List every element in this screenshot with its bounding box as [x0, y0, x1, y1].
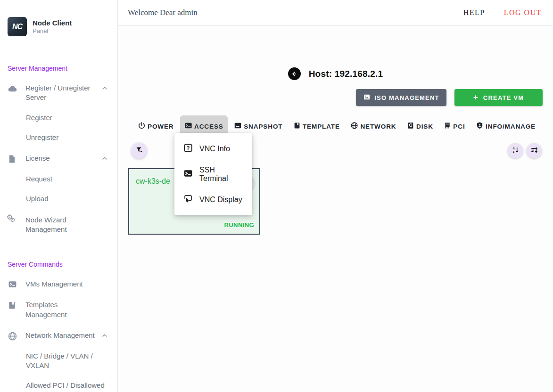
chevron-up-icon[interactable] — [101, 83, 108, 94]
tab-label: TEMPLATE — [303, 123, 340, 130]
section-heading-server-management: Server Management — [8, 65, 110, 72]
vm-name: cw-k3s-de — [136, 177, 170, 186]
tab-power[interactable]: POWER — [133, 115, 178, 137]
pci-icon — [444, 122, 451, 131]
terminal-icon — [184, 122, 192, 131]
sidebar-item-templates-management[interactable]: Templates Management — [8, 300, 110, 319]
app-logo-row[interactable]: NC Node Client Panel — [8, 17, 110, 36]
sort-alpha-icon: az — [512, 146, 520, 155]
sidebar-item-label: Node Wizard Management — [25, 215, 101, 235]
section-heading-server-commands: Server Commands — [8, 261, 110, 268]
sidebar-subitem-allowed-pci-disallowed-device[interactable]: Allowed PCI / Disallowed Device — [26, 381, 106, 392]
sidebar-item-label: VMs Management — [25, 279, 101, 289]
create-vm-label: CREATE VM — [483, 94, 524, 101]
shield-icon — [476, 122, 484, 131]
cloud-icon — [8, 83, 25, 94]
plus-icon: + — [473, 93, 479, 102]
tab-label: POWER — [148, 123, 174, 130]
sidebar-subitem-upload[interactable]: Upload — [26, 194, 106, 204]
host-row: Host: 192.168.2.1 — [118, 67, 553, 80]
disk-icon — [407, 122, 414, 131]
access-dropdown-menu: ? VNC Info SSH Terminal VNC Display — [174, 133, 252, 215]
terminal-icon — [8, 279, 25, 289]
logout-link[interactable]: LOG OUT — [504, 8, 542, 17]
back-button[interactable] — [288, 67, 301, 80]
tab-label: PCI — [453, 123, 465, 130]
question-box-icon: ? — [183, 143, 193, 155]
sort-buttons: az — [508, 143, 542, 158]
sort-order-icon — [530, 146, 538, 155]
sidebar-item-label: Register / Unregister Server — [25, 83, 101, 103]
main-area: Welcome Dear admin HELP LOG OUT Host: 19… — [118, 0, 553, 392]
sidebar-subitem-nic-bridge-vlan-vxlan[interactable]: NIC / Bridge / VLAN / VXLAN — [26, 351, 106, 371]
tab-label: INFO/MANAGE — [486, 123, 536, 130]
tab-label: SNAPSHOT — [244, 123, 282, 130]
svg-text:a: a — [512, 147, 514, 150]
tab-disk[interactable]: DISK — [403, 115, 437, 137]
sidebar-item-label: Network Management — [25, 331, 101, 340]
menu-item-label: SSH Terminal — [199, 166, 244, 183]
svg-text:?: ? — [187, 145, 190, 150]
filter-button[interactable] — [131, 143, 147, 159]
sidebar-item-register-unregister-server[interactable]: Register / Unregister Server — [8, 83, 110, 103]
vm-status-badge: RUNNING — [224, 221, 254, 229]
globe-icon — [350, 122, 358, 131]
iso-management-label: ISO MANAGEMENT — [374, 94, 439, 101]
sort-order-button[interactable] — [527, 143, 542, 158]
topbar: Welcome Dear admin HELP LOG OUT — [118, 0, 553, 26]
chevron-up-icon[interactable] — [101, 331, 108, 341]
welcome-text: Welcome Dear admin — [128, 8, 198, 17]
file-icon — [8, 154, 25, 164]
help-link[interactable]: HELP — [463, 8, 485, 17]
menu-item-vnc-display[interactable]: VNC Display — [174, 188, 252, 211]
sidebar-item-label: License — [25, 154, 101, 163]
image-icon — [363, 93, 371, 102]
sidebar: NC Node Client Panel Server Management R… — [0, 0, 118, 392]
sidebar-subitem-unregister[interactable]: Unregister — [26, 133, 106, 142]
menu-item-ssh-terminal[interactable]: SSH Terminal — [174, 160, 252, 188]
globe-icon — [8, 331, 25, 341]
chevron-up-icon[interactable] — [101, 154, 108, 164]
tab-network[interactable]: NETWORK — [346, 115, 400, 137]
sidebar-subitem-request[interactable]: Request — [26, 174, 106, 184]
cursor-box-icon — [183, 194, 193, 206]
actions-row: ISO MANAGEMENT + CREATE VM — [356, 89, 543, 106]
tab-label: DISK — [416, 123, 433, 130]
menu-item-label: VNC Info — [199, 145, 230, 153]
arrow-left-icon — [290, 70, 298, 78]
create-vm-button[interactable]: + CREATE VM — [454, 89, 543, 106]
sidebar-subitem-register[interactable]: Register — [26, 113, 106, 122]
content-area: Host: 192.168.2.1 ISO MANAGEMENT + CREAT… — [118, 26, 553, 392]
tab-label: NETWORK — [360, 123, 396, 130]
filter-icon — [135, 146, 143, 155]
app-title: Node Client — [33, 19, 72, 28]
app-subtitle: Panel — [33, 27, 72, 34]
sidebar-item-vms-management[interactable]: VMs Management — [8, 279, 110, 289]
sort-alpha-button[interactable]: az — [508, 143, 523, 158]
template-icon — [8, 300, 25, 310]
template-icon — [293, 122, 301, 131]
tab-template[interactable]: TEMPLATE — [289, 115, 344, 137]
svg-text:z: z — [512, 150, 514, 153]
app-logo: NC — [8, 17, 27, 36]
terminal-icon — [183, 169, 193, 180]
tab-label: ACCESS — [194, 123, 223, 130]
sidebar-item-node-wizard-management[interactable]: ⚙⚙ Node Wizard Management — [8, 215, 110, 235]
power-icon — [138, 122, 146, 131]
menu-item-label: VNC Display — [199, 196, 242, 204]
sidebar-item-label: Templates Management — [25, 300, 101, 319]
host-title: Host: 192.168.2.1 — [309, 69, 383, 79]
gears-icon: ⚙⚙ — [8, 215, 25, 226]
tab-pci[interactable]: PCI — [439, 115, 469, 137]
menu-item-vnc-info[interactable]: ? VNC Info — [174, 137, 252, 160]
iso-management-button[interactable]: ISO MANAGEMENT — [356, 89, 446, 106]
sidebar-item-license[interactable]: License — [8, 154, 110, 164]
sidebar-item-network-management[interactable]: Network Management — [8, 331, 110, 341]
image-icon — [234, 122, 242, 131]
tab-info-manage[interactable]: INFO/MANAGE — [471, 115, 540, 137]
